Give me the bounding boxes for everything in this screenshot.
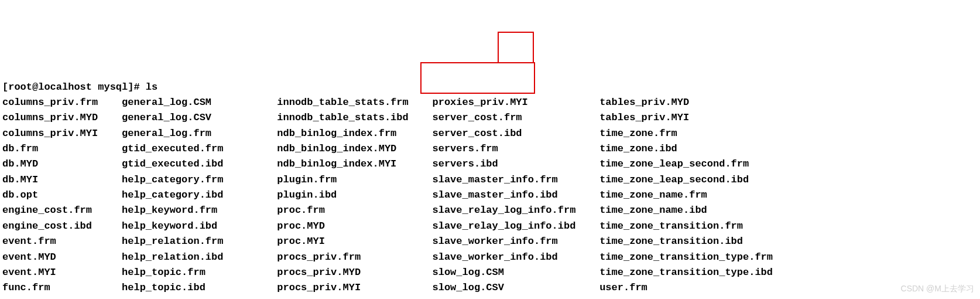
watermark-text: CSDN @M上去学习 xyxy=(901,283,974,295)
prompt-user-host: [root@localhost mysql]# xyxy=(2,81,140,93)
terminal-output: [root@localhost mysql]# ls columns_priv.… xyxy=(2,64,978,299)
highlight-annotation-1 xyxy=(498,32,534,63)
command-ls: ls xyxy=(146,81,157,93)
ls-output: columns_priv.frm general_log.CSM innodb_… xyxy=(2,95,978,299)
prompt-line-1: [root@localhost mysql]# ls xyxy=(2,81,157,93)
